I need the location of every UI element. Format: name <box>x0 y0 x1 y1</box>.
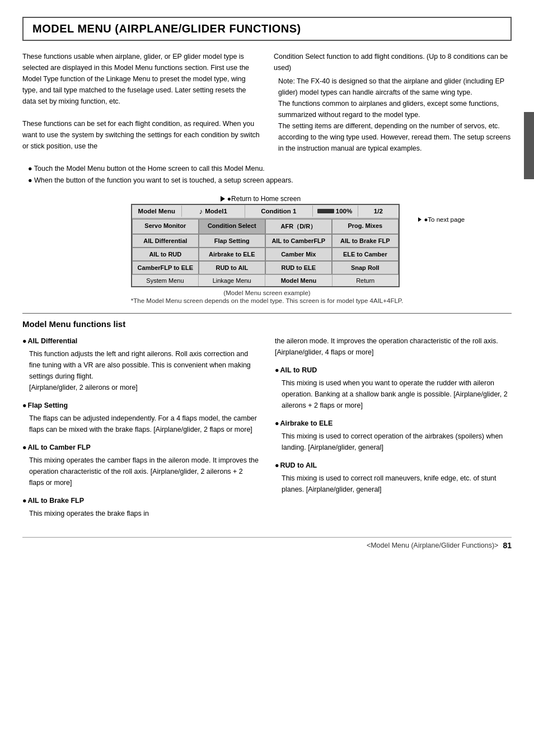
btn-airbrake-ele[interactable]: Airbrake to ELE <box>199 248 265 261</box>
func-ail-brakeflp-body: This mixing operates the brake flaps in <box>29 508 259 519</box>
func-col-right: the aileron mode. It improves the operat… <box>275 335 512 526</box>
func-rud-ail-title: RUD to AIL <box>275 460 512 471</box>
intro-right-note: Note: The FX-40 is designed so that the … <box>278 76 512 154</box>
btn-ail-rud[interactable]: AIL to RUD <box>132 248 199 261</box>
btn-ail-brakeflp[interactable]: AIL to Brake FLP <box>332 234 399 248</box>
btn-flap-setting[interactable]: Flap Setting <box>199 234 265 248</box>
btn-snap-roll[interactable]: Snap Roll <box>332 261 399 274</box>
model-icon: ♪ <box>199 207 203 216</box>
btn-camber-mix[interactable]: Camber Mix <box>265 248 332 261</box>
btn-servo-monitor[interactable]: Servo Monitor <box>132 219 199 234</box>
diagram-area: ●Return to Home screen Model Menu ♪ Mode… <box>22 195 512 304</box>
model-name: Model1 <box>205 208 227 214</box>
bottom-return[interactable]: Return <box>332 275 399 286</box>
intro-right-col: Condition Select function to add flight … <box>274 51 512 154</box>
func-ail-diff-cont-body: the aileron mode. It improves the operat… <box>275 335 512 358</box>
screen-top-bar: Model Menu ♪ Model1 Condition 1 100% <box>132 205 399 218</box>
to-next-text: ●To next page <box>424 216 465 223</box>
pct-bar-wrap: 100% <box>317 208 353 214</box>
func-flap-body: The flaps can be adjusted independently.… <box>29 413 259 435</box>
btn-ail-diff[interactable]: AIL Differential <box>132 234 199 248</box>
right-sidebar-bar <box>524 112 534 179</box>
footer-page-title: <Model Menu (Airplane/Glider Functions)> <box>367 542 499 549</box>
func-airbrake-ele-title: Airbrake to ELE <box>275 418 512 429</box>
func-rud-ail-body: This mixing is used to correct roll mane… <box>282 473 512 495</box>
screen-bottom-bar: System Menu Linkage Menu Model Menu Retu… <box>132 274 399 286</box>
func-rud-ail: RUD to AIL This mixing is used to correc… <box>275 460 512 495</box>
func-ail-brakeflp-title: AIL to Brake FLP <box>22 495 259 506</box>
func-flap-setting: Flap Setting The flaps can be adjusted i… <box>22 400 259 435</box>
page-header: MODEL MENU (AIRPLANE/GLIDER FUNCTIONS) <box>22 17 512 41</box>
return-label: ●Return to Home screen <box>221 195 403 203</box>
func-airbrake-ele: Airbrake to ELE This mixing is used to c… <box>275 418 512 453</box>
func-flap-title: Flap Setting <box>22 400 259 411</box>
to-next-label: ●To next page <box>418 216 465 223</box>
model-menu-label: Model Menu <box>132 206 182 217</box>
func-ail-camberflp: AIL to Camber FLP This mixing operates t… <box>22 442 259 488</box>
pct-cell: 100% <box>313 206 358 217</box>
btn-rud-ele[interactable]: RUD to ELE <box>265 261 332 274</box>
func-ail-camberflp-body: This mixing operates the camber flaps in… <box>29 455 259 488</box>
func-col-left: AIL Differential This function adjusts t… <box>22 335 259 526</box>
btn-camberflp-ele[interactable]: CamberFLP to ELE <box>132 261 199 274</box>
model-name-cell: ♪ Model1 <box>182 205 245 218</box>
screen-grid: Servo Monitor Condition Select AFR（D/R） … <box>132 218 399 274</box>
btn-prog-mixes[interactable]: Prog. Mixes <box>332 219 399 234</box>
return-text: ●Return to Home screen <box>227 195 301 203</box>
btn-ail-camberflp[interactable]: AIL to CamberFLP <box>265 234 332 248</box>
btn-afr[interactable]: AFR（D/R） <box>265 219 332 234</box>
func-ail-brakeflp: AIL to Brake FLP This mixing operates th… <box>22 495 259 519</box>
bottom-model-menu[interactable]: Model Menu <box>265 275 332 286</box>
func-ail-diff-cont: the aileron mode. It improves the operat… <box>275 335 512 358</box>
func-ail-camberflp-title: AIL to Camber FLP <box>22 442 259 453</box>
intro-section: These functions usable when airplane, gl… <box>22 51 512 154</box>
diagram-wrapper: ●Return to Home screen Model Menu ♪ Mode… <box>131 195 403 304</box>
func-ail-diff-body: This function adjusts the left and right… <box>29 348 259 382</box>
intro-left-col: These functions usable when airplane, gl… <box>22 51 260 154</box>
diagram-caption: (Model Menu screen example) <box>131 290 403 296</box>
pct-bar <box>317 209 334 213</box>
func-ail-rud-body: This mixing is used when you want to ope… <box>282 377 512 411</box>
screen-and-label: Model Menu ♪ Model1 Condition 1 100% <box>131 204 403 287</box>
intro-left-text2: These functions can be set for each flig… <box>22 118 260 152</box>
func-ail-rud-title: AIL to RUD <box>275 365 512 376</box>
page-title: MODEL MENU (AIRPLANE/GLIDER FUNCTIONS) <box>32 22 502 35</box>
intro-right-text: Condition Select function to add flight … <box>274 51 512 73</box>
pct-label: 100% <box>336 208 352 214</box>
footer-page-number: 81 <box>503 541 512 550</box>
page-label-cell: 1/2 <box>358 206 399 217</box>
btn-rud-ail[interactable]: RUD to AIL <box>199 261 265 274</box>
page-footer: <Model Menu (Airplane/Glider Functions)>… <box>22 537 512 550</box>
intro-left-text: These functions usable when airplane, gl… <box>22 51 260 107</box>
section-divider <box>22 313 512 314</box>
btn-ele-camber[interactable]: ELE to Camber <box>332 248 399 261</box>
btn-condition-select[interactable]: Condition Select <box>199 219 265 234</box>
bullet-list: Touch the Model Menu button ot the Home … <box>22 163 512 187</box>
bottom-system-menu[interactable]: System Menu <box>132 275 199 286</box>
page-container: MODEL MENU (AIRPLANE/GLIDER FUNCTIONS) T… <box>22 17 512 550</box>
diagram-note: *The Model Menu screen depends on the mo… <box>131 297 403 304</box>
bullet-item-2: When the button of the function you want… <box>28 175 512 186</box>
func-ail-diff-note: [Airplane/glider, 2 ailerons or more] <box>29 382 259 393</box>
functions-list-title: Model Menu functions list <box>22 319 512 329</box>
func-ail-differential: AIL Differential This function adjusts t… <box>22 335 259 393</box>
func-airbrake-ele-body: This mixing is used to correct operation… <box>282 431 512 453</box>
return-arrow <box>221 196 225 202</box>
to-next-arrow <box>418 217 421 222</box>
condition-label-cell: Condition 1 <box>245 206 313 217</box>
screen-mockup: Model Menu ♪ Model1 Condition 1 100% <box>131 204 400 287</box>
bullet-item-1: Touch the Model Menu button ot the Home … <box>28 163 512 175</box>
bottom-linkage-menu[interactable]: Linkage Menu <box>199 275 265 286</box>
functions-list: AIL Differential This function adjusts t… <box>22 335 512 526</box>
func-ail-rud: AIL to RUD This mixing is used when you … <box>275 365 512 411</box>
func-ail-diff-title: AIL Differential <box>22 335 259 347</box>
